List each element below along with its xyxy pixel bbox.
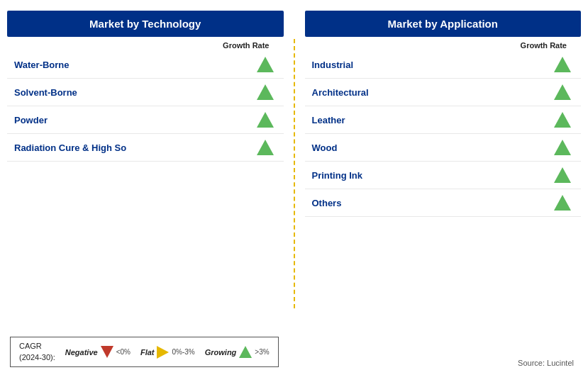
arrow-up-icon xyxy=(257,57,274,72)
arrow-down-red-icon xyxy=(101,346,113,358)
legend-box: CAGR (2024-30): Negative <0% Flat 0%-3% … xyxy=(10,337,279,367)
source-text: Source: Lucintel xyxy=(518,359,574,367)
divider xyxy=(284,11,305,330)
item-label-architectural: Architectural xyxy=(312,87,555,98)
arrow-up-icon xyxy=(554,57,571,72)
item-label-printing-ink: Printing Ink xyxy=(312,170,555,181)
right-growth-label-row: Growth Rate xyxy=(305,37,582,51)
arrow-up-icon xyxy=(554,84,571,100)
item-label-radiation-cure: Radiation Cure & High So xyxy=(14,142,257,153)
arrow-up-icon xyxy=(257,112,274,128)
right-panel-title: Market by Application xyxy=(305,11,582,37)
item-label-others: Others xyxy=(312,198,555,208)
left-items-list: Water-Borne Solvent-Borne Powder Radiati… xyxy=(7,51,284,162)
arrow-up-green-sm-icon xyxy=(239,346,252,358)
item-label-powder: Powder xyxy=(14,115,257,125)
arrow-up-icon xyxy=(257,140,274,155)
left-panel: Market by Technology Growth Rate Water-B… xyxy=(7,11,284,330)
list-item: Industrial xyxy=(305,51,582,79)
arrow-up-icon xyxy=(554,140,571,155)
list-item: Printing Ink xyxy=(305,162,582,189)
main-container: Market by Technology Growth Rate Water-B… xyxy=(0,0,588,334)
left-growth-label-row: Growth Rate xyxy=(7,37,284,51)
list-item: Architectural xyxy=(305,79,582,106)
legend-negative: Negative <0% xyxy=(65,346,131,358)
legend-growing: Growing >3% xyxy=(205,346,270,358)
item-label-wood: Wood xyxy=(312,142,555,153)
legend-flat: Flat 0%-3% xyxy=(140,346,195,359)
arrow-up-icon xyxy=(257,84,274,100)
right-items-list: Industrial Architectural Leather Wood Pr… xyxy=(305,51,582,217)
item-label-solvent-borne: Solvent-Borne xyxy=(14,87,257,98)
list-item: Leather xyxy=(305,106,582,134)
arrow-up-icon xyxy=(554,195,571,211)
arrow-right-yellow-icon xyxy=(157,346,169,359)
right-growth-label: Growth Rate xyxy=(521,41,567,50)
arrow-up-icon xyxy=(554,112,571,128)
list-item: Powder xyxy=(7,106,284,134)
list-item: Solvent-Borne xyxy=(7,79,284,106)
list-item: Water-Borne xyxy=(7,51,284,79)
list-item: Wood xyxy=(305,134,582,162)
item-label-leather: Leather xyxy=(312,115,555,125)
list-item: Others xyxy=(305,189,582,217)
left-panel-title: Market by Technology xyxy=(7,11,284,37)
dashed-line xyxy=(294,39,295,308)
footer: CAGR (2024-30): Negative <0% Flat 0%-3% … xyxy=(0,334,588,370)
right-panel: Market by Application Growth Rate Indust… xyxy=(305,11,582,330)
item-label-industrial: Industrial xyxy=(312,60,555,70)
list-item: Radiation Cure & High So xyxy=(7,134,284,162)
cagr-label: CAGR (2024-30): xyxy=(19,341,55,363)
arrow-up-icon xyxy=(554,167,571,183)
item-label-water-borne: Water-Borne xyxy=(14,60,257,70)
left-growth-label: Growth Rate xyxy=(223,41,269,50)
